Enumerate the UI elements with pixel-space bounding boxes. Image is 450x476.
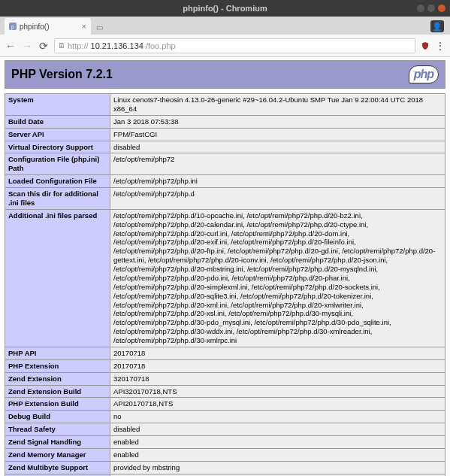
- tab-close-icon[interactable]: ×: [82, 22, 86, 31]
- config-key: System: [5, 94, 110, 116]
- config-value: 20170718: [110, 347, 445, 359]
- config-key: Additional .ini files parsed: [5, 209, 110, 347]
- window-titlebar: phpinfo() - Chromium: [0, 0, 450, 17]
- table-row: Scan this dir for additional .ini files/…: [5, 188, 445, 210]
- config-key: Configuration File (php.ini) Path: [5, 153, 110, 175]
- config-key: PHP Extension: [5, 359, 110, 372]
- table-row: SystemLinux cenots7-theosin 4.13.0-26-ge…: [5, 94, 445, 116]
- config-key: Build Date: [5, 115, 110, 128]
- config-value: /etc/opt/remi/php72/php.ini: [110, 175, 445, 188]
- close-icon[interactable]: [438, 5, 445, 12]
- table-row: Zend Extension BuildAPI320170718,NTS: [5, 385, 445, 398]
- config-key: Zend Extension: [5, 372, 110, 385]
- table-row: Server APIFPM/FastCGI: [5, 128, 445, 141]
- config-key: Loaded Configuration File: [5, 175, 110, 188]
- table-row: Additional .ini files parsed/etc/opt/rem…: [5, 209, 445, 347]
- address-bar[interactable]: 🗎 http://10.21.136.134/foo.php: [54, 38, 415, 53]
- table-row: Debug Buildno: [5, 411, 445, 423]
- page-content: PHP Version 7.2.1 php SystemLinux cenots…: [0, 57, 450, 476]
- php-logo: php: [409, 65, 439, 83]
- window-controls: [417, 5, 445, 12]
- config-value: /etc/opt/remi/php72/php.d/10-opcache.ini…: [110, 209, 445, 347]
- config-value: enabled: [110, 448, 445, 461]
- config-value: provided by mbstring: [110, 461, 445, 474]
- table-row: Zend Signal Handlingenabled: [5, 436, 445, 449]
- menu-icon[interactable]: ⋮: [435, 40, 445, 52]
- php-version-header: PHP Version 7.2.1 php: [5, 60, 445, 89]
- config-key: Zend Memory Manager: [5, 448, 110, 461]
- reload-button[interactable]: ⟳: [38, 40, 50, 52]
- config-value: Jan 3 2018 07:53:38: [110, 115, 445, 128]
- window-title: phpinfo() - Chromium: [183, 4, 267, 13]
- table-row: Build DateJan 3 2018 07:53:38: [5, 115, 445, 128]
- table-row: Zend Memory Managerenabled: [5, 448, 445, 461]
- tab-title: phpinfo(): [20, 23, 49, 31]
- config-value: disabled: [110, 141, 445, 153]
- table-row: PHP Extension20170718: [5, 359, 445, 372]
- table-row: Zend Multibyte Supportprovided by mbstri…: [5, 461, 445, 474]
- phpinfo-table: SystemLinux cenots7-theosin 4.13.0-26-ge…: [5, 93, 445, 476]
- config-key: Thread Safety: [5, 423, 110, 436]
- new-tab-button[interactable]: ▭: [94, 22, 104, 32]
- config-key: PHP API: [5, 347, 110, 359]
- table-row: Loaded Configuration File/etc/opt/remi/p…: [5, 175, 445, 188]
- config-key: Server API: [5, 128, 110, 141]
- config-key: Zend Signal Handling: [5, 436, 110, 449]
- page-title: PHP Version 7.2.1: [11, 68, 113, 81]
- favicon-icon: p: [9, 23, 17, 30]
- table-row: Thread Safetydisabled: [5, 423, 445, 436]
- url-prefix: http://: [68, 41, 89, 50]
- config-key: PHP Extension Build: [5, 398, 110, 411]
- config-key: Virtual Directory Support: [5, 141, 110, 153]
- url-host: 10.21.136.134: [91, 41, 143, 50]
- table-row: PHP API20170718: [5, 347, 445, 359]
- config-key: Zend Multibyte Support: [5, 461, 110, 474]
- config-key: Scan this dir for additional .ini files: [5, 188, 110, 210]
- back-button[interactable]: ←: [5, 40, 17, 52]
- config-value: API320170718,NTS: [110, 385, 445, 398]
- config-value: disabled: [110, 423, 445, 436]
- config-value: 320170718: [110, 372, 445, 385]
- config-value: enabled: [110, 436, 445, 449]
- browser-toolbar: ← → ⟳ 🗎 http://10.21.136.134/foo.php ⋮: [0, 35, 450, 57]
- config-value: FPM/FastCGI: [110, 128, 445, 141]
- minimize-icon[interactable]: [417, 5, 424, 12]
- table-row: PHP Extension BuildAPI20170718,NTS: [5, 398, 445, 411]
- config-key: Zend Extension Build: [5, 385, 110, 398]
- config-value: 20170718: [110, 359, 445, 372]
- config-value: Linux cenots7-theosin 4.13.0-26-generic …: [110, 94, 445, 116]
- config-value: /etc/opt/remi/php72: [110, 153, 445, 175]
- config-value: no: [110, 411, 445, 423]
- config-value: /etc/opt/remi/php72/php.d: [110, 188, 445, 210]
- table-row: Zend Extension320170718: [5, 372, 445, 385]
- config-key: Debug Build: [5, 411, 110, 423]
- table-row: Configuration File (php.ini) Path/etc/op…: [5, 153, 445, 175]
- url-path: /foo.php: [146, 41, 176, 50]
- table-row: Virtual Directory Supportdisabled: [5, 141, 445, 153]
- forward-button[interactable]: →: [21, 40, 33, 52]
- ublock-icon[interactable]: [420, 41, 430, 51]
- page-icon: 🗎: [58, 41, 65, 50]
- tab-strip: p phpinfo() × ▭ 👤: [0, 17, 450, 35]
- maximize-icon[interactable]: [427, 5, 435, 12]
- incognito-icon[interactable]: 👤: [430, 20, 444, 32]
- browser-tab[interactable]: p phpinfo() ×: [5, 18, 91, 35]
- config-value: API20170718,NTS: [110, 398, 445, 411]
